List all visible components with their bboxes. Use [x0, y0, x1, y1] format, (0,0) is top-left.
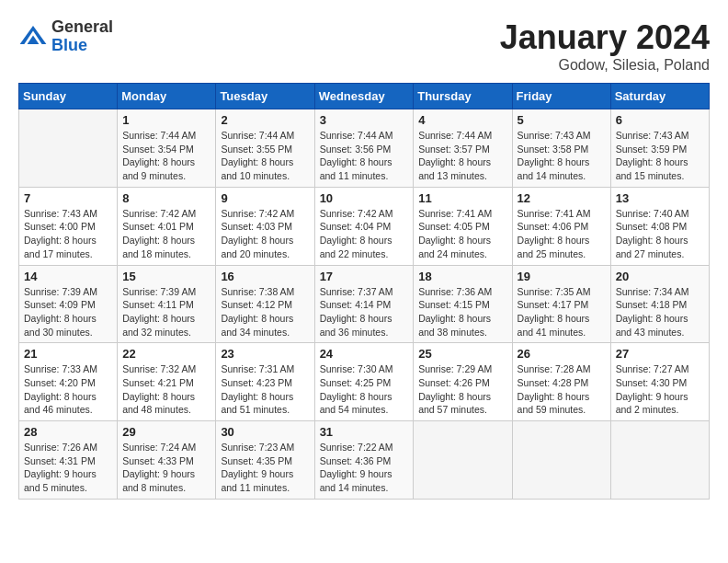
title-block: January 2024 Godow, Silesia, Poland: [500, 18, 710, 74]
calendar-cell: 28Sunrise: 7:26 AM Sunset: 4:31 PM Dayli…: [19, 421, 118, 500]
logo-blue: Blue: [51, 37, 113, 55]
day-number: 19: [518, 270, 606, 283]
calendar-cell: 25Sunrise: 7:29 AM Sunset: 4:26 PM Dayli…: [414, 343, 512, 421]
day-info: Sunrise: 7:31 AM Sunset: 4:23 PM Dayligh…: [221, 362, 309, 417]
day-number: 18: [418, 270, 506, 283]
calendar-cell: 30Sunrise: 7:23 AM Sunset: 4:35 PM Dayli…: [216, 421, 314, 500]
calendar-cell: 8Sunrise: 7:42 AM Sunset: 4:01 PM Daylig…: [118, 187, 216, 265]
day-number: 10: [320, 191, 409, 205]
calendar-cell: 19Sunrise: 7:35 AM Sunset: 4:17 PM Dayli…: [512, 265, 610, 343]
day-info: Sunrise: 7:44 AM Sunset: 3:57 PM Dayligh…: [418, 129, 506, 183]
day-number: 29: [122, 425, 210, 439]
day-info: Sunrise: 7:37 AM Sunset: 4:14 PM Dayligh…: [320, 285, 409, 339]
day-info: Sunrise: 7:33 AM Sunset: 4:20 PM Dayligh…: [24, 362, 112, 417]
calendar-cell: 31Sunrise: 7:22 AM Sunset: 4:36 PM Dayli…: [314, 421, 414, 500]
logo-icon: [18, 22, 48, 52]
day-info: Sunrise: 7:29 AM Sunset: 4:26 PM Dayligh…: [418, 362, 506, 417]
day-number: 26: [518, 347, 606, 361]
calendar-cell: 10Sunrise: 7:42 AM Sunset: 4:04 PM Dayli…: [314, 187, 414, 265]
day-number: 13: [616, 191, 704, 205]
calendar-cell: 2Sunrise: 7:44 AM Sunset: 3:55 PM Daylig…: [216, 109, 314, 188]
month-title: January 2024: [500, 18, 710, 57]
calendar-cell: 22Sunrise: 7:32 AM Sunset: 4:21 PM Dayli…: [118, 343, 216, 421]
day-number: 4: [418, 113, 506, 127]
calendar-cell: 14Sunrise: 7:39 AM Sunset: 4:09 PM Dayli…: [19, 265, 118, 343]
day-info: Sunrise: 7:30 AM Sunset: 4:25 PM Dayligh…: [320, 362, 409, 417]
day-info: Sunrise: 7:44 AM Sunset: 3:56 PM Dayligh…: [320, 129, 409, 183]
weekday-header-wednesday: Wednesday: [314, 84, 414, 109]
day-number: 25: [418, 347, 506, 361]
day-info: Sunrise: 7:43 AM Sunset: 3:58 PM Dayligh…: [518, 129, 606, 183]
week-row-2: 7Sunrise: 7:43 AM Sunset: 4:00 PM Daylig…: [19, 187, 710, 265]
location: Godow, Silesia, Poland: [500, 57, 710, 74]
calendar-body: 1Sunrise: 7:44 AM Sunset: 3:54 PM Daylig…: [19, 109, 710, 500]
calendar-cell: 4Sunrise: 7:44 AM Sunset: 3:57 PM Daylig…: [414, 109, 512, 188]
day-number: 15: [122, 270, 210, 283]
logo: General Blue: [18, 18, 113, 55]
day-number: 8: [122, 191, 210, 205]
weekday-header-saturday: Saturday: [610, 84, 709, 109]
calendar-cell: 26Sunrise: 7:28 AM Sunset: 4:28 PM Dayli…: [512, 343, 610, 421]
day-number: 11: [418, 191, 506, 205]
calendar-cell: 24Sunrise: 7:30 AM Sunset: 4:25 PM Dayli…: [314, 343, 414, 421]
calendar-cell: 20Sunrise: 7:34 AM Sunset: 4:18 PM Dayli…: [610, 265, 709, 343]
day-info: Sunrise: 7:42 AM Sunset: 4:01 PM Dayligh…: [122, 207, 210, 261]
week-row-3: 14Sunrise: 7:39 AM Sunset: 4:09 PM Dayli…: [19, 265, 710, 343]
day-number: 17: [320, 270, 409, 283]
weekday-header-thursday: Thursday: [414, 84, 512, 109]
day-number: 7: [24, 191, 112, 205]
calendar-table: SundayMondayTuesdayWednesdayThursdayFrid…: [18, 83, 710, 500]
day-number: 16: [221, 270, 309, 283]
day-info: Sunrise: 7:35 AM Sunset: 4:17 PM Dayligh…: [518, 285, 606, 339]
day-info: Sunrise: 7:23 AM Sunset: 4:35 PM Dayligh…: [221, 441, 309, 495]
day-number: 3: [320, 113, 409, 127]
calendar-cell: 6Sunrise: 7:43 AM Sunset: 3:59 PM Daylig…: [610, 109, 709, 188]
calendar-cell: 5Sunrise: 7:43 AM Sunset: 3:58 PM Daylig…: [512, 109, 610, 188]
weekday-header-tuesday: Tuesday: [216, 84, 314, 109]
day-number: 1: [122, 113, 210, 127]
calendar-cell: 18Sunrise: 7:36 AM Sunset: 4:15 PM Dayli…: [414, 265, 512, 343]
calendar-cell: 7Sunrise: 7:43 AM Sunset: 4:00 PM Daylig…: [19, 187, 118, 265]
calendar-header: SundayMondayTuesdayWednesdayThursdayFrid…: [19, 84, 710, 109]
calendar-cell: [19, 109, 118, 188]
day-number: 27: [616, 347, 704, 361]
day-number: 9: [221, 191, 309, 205]
day-info: Sunrise: 7:44 AM Sunset: 3:55 PM Dayligh…: [221, 129, 309, 183]
day-number: 6: [616, 113, 704, 127]
day-info: Sunrise: 7:27 AM Sunset: 4:30 PM Dayligh…: [616, 362, 704, 417]
day-info: Sunrise: 7:34 AM Sunset: 4:18 PM Dayligh…: [616, 285, 704, 339]
day-number: 30: [221, 425, 309, 439]
day-number: 5: [518, 113, 606, 127]
weekday-header-sunday: Sunday: [19, 84, 118, 109]
day-info: Sunrise: 7:38 AM Sunset: 4:12 PM Dayligh…: [221, 285, 309, 339]
calendar-cell: 27Sunrise: 7:27 AM Sunset: 4:30 PM Dayli…: [610, 343, 709, 421]
calendar-cell: 9Sunrise: 7:42 AM Sunset: 4:03 PM Daylig…: [216, 187, 314, 265]
week-row-4: 21Sunrise: 7:33 AM Sunset: 4:20 PM Dayli…: [19, 343, 710, 421]
day-number: 28: [24, 425, 112, 439]
calendar-cell: 3Sunrise: 7:44 AM Sunset: 3:56 PM Daylig…: [314, 109, 414, 188]
day-number: 22: [122, 347, 210, 361]
calendar-cell: 13Sunrise: 7:40 AM Sunset: 4:08 PM Dayli…: [610, 187, 709, 265]
day-number: 23: [221, 347, 309, 361]
day-info: Sunrise: 7:39 AM Sunset: 4:09 PM Dayligh…: [24, 285, 112, 339]
calendar-cell: 11Sunrise: 7:41 AM Sunset: 4:05 PM Dayli…: [414, 187, 512, 265]
day-info: Sunrise: 7:26 AM Sunset: 4:31 PM Dayligh…: [24, 441, 112, 495]
day-info: Sunrise: 7:43 AM Sunset: 4:00 PM Dayligh…: [24, 207, 112, 261]
day-info: Sunrise: 7:41 AM Sunset: 4:06 PM Dayligh…: [518, 207, 606, 261]
calendar-cell: 12Sunrise: 7:41 AM Sunset: 4:06 PM Dayli…: [512, 187, 610, 265]
calendar-cell: 29Sunrise: 7:24 AM Sunset: 4:33 PM Dayli…: [118, 421, 216, 500]
week-row-1: 1Sunrise: 7:44 AM Sunset: 3:54 PM Daylig…: [19, 109, 710, 188]
logo-text: General Blue: [51, 18, 113, 55]
calendar-cell: 23Sunrise: 7:31 AM Sunset: 4:23 PM Dayli…: [216, 343, 314, 421]
day-number: 20: [616, 270, 704, 283]
calendar-cell: 15Sunrise: 7:39 AM Sunset: 4:11 PM Dayli…: [118, 265, 216, 343]
day-info: Sunrise: 7:41 AM Sunset: 4:05 PM Dayligh…: [418, 207, 506, 261]
day-number: 24: [320, 347, 409, 361]
day-info: Sunrise: 7:32 AM Sunset: 4:21 PM Dayligh…: [122, 362, 210, 417]
day-info: Sunrise: 7:43 AM Sunset: 3:59 PM Dayligh…: [616, 129, 704, 183]
calendar-cell: 16Sunrise: 7:38 AM Sunset: 4:12 PM Dayli…: [216, 265, 314, 343]
day-number: 14: [24, 270, 112, 283]
day-info: Sunrise: 7:39 AM Sunset: 4:11 PM Dayligh…: [122, 285, 210, 339]
weekday-header-monday: Monday: [118, 84, 216, 109]
calendar-cell: 1Sunrise: 7:44 AM Sunset: 3:54 PM Daylig…: [118, 109, 216, 188]
